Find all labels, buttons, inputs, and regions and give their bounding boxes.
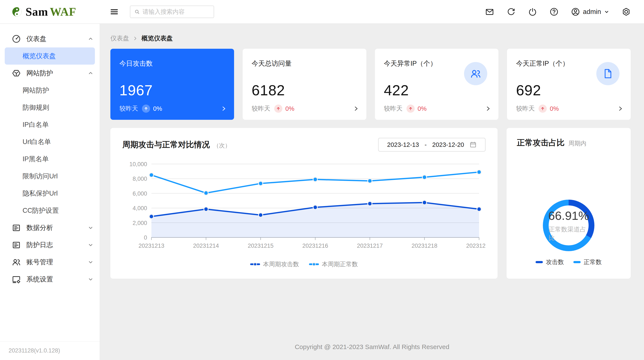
sidebar-item-ip-blacklist[interactable]: IP黑名单 [0, 150, 100, 168]
trend-up-badge [406, 104, 415, 113]
sidebar-item-label: 网站防护 [26, 69, 53, 78]
chevron-down-icon [88, 225, 93, 230]
legend-swatch [536, 261, 543, 263]
shield-hexagon-icon [12, 69, 21, 78]
svg-text:20231214: 20231214 [193, 242, 219, 249]
sidebar-item-label: IP白名单 [22, 120, 49, 129]
global-search [130, 6, 214, 18]
help-icon [550, 7, 558, 16]
chevron-down-icon [88, 277, 93, 282]
sidebar-item-restricted-url[interactable]: 限制访问Url [0, 168, 100, 185]
sidebar-item-cc-protection[interactable]: CC防护设置 [0, 202, 100, 219]
help-button[interactable] [550, 7, 558, 16]
date-range-picker[interactable]: 2023-12-13 - 2023-12-20 [378, 138, 486, 152]
power-icon [528, 7, 537, 16]
trend-up-badge [274, 104, 282, 113]
mail-icon [485, 7, 494, 16]
account-menu[interactable]: admin [571, 7, 609, 16]
usergroup-bubble [464, 62, 487, 85]
chevron-right-icon[interactable] [618, 106, 623, 111]
log-panel-icon [12, 240, 21, 250]
svg-text:8,000: 8,000 [132, 176, 147, 182]
sidebar-item-label: Url白名单 [22, 138, 51, 146]
usergroup-icon [470, 68, 481, 79]
svg-text:0: 0 [144, 234, 147, 241]
line-chart-unit: （次） [213, 142, 231, 150]
chevron-right-icon[interactable] [221, 106, 226, 111]
sidebar-group-account-management[interactable]: 账号管理 [0, 254, 100, 271]
legend-marker [250, 264, 260, 265]
sidebar-group-protection-logs[interactable]: 防护日志 [0, 236, 100, 254]
refresh-icon [506, 7, 516, 16]
brand-waf: WAF [50, 5, 76, 18]
line-chart-title: 周期攻击与正常对比情况 [122, 139, 210, 150]
logout-button[interactable] [528, 7, 537, 16]
card-footer: 较昨天 0% [252, 102, 358, 115]
legend-item-attacks[interactable]: 攻击数 [536, 258, 564, 266]
sidebar-group-dashboard[interactable]: 仪表盘 [0, 30, 100, 48]
hamburger-icon [110, 7, 119, 16]
card-today-visits[interactable]: 今天总访问量 6182 较昨天 0% [243, 49, 366, 120]
chevron-right-icon[interactable] [486, 106, 491, 111]
card-today-normal-ip[interactable]: 今天正常IP（个） 692 较昨天 0% [507, 49, 631, 120]
svg-text:20231213: 20231213 [138, 242, 164, 249]
settings-button[interactable] [622, 7, 631, 16]
sidebar-item-site-protection[interactable]: 网站防护 [0, 82, 100, 99]
svg-text:20231216: 20231216 [302, 242, 328, 249]
sidebar-item-label: 防御规则 [22, 103, 49, 112]
breadcrumb: 仪表盘 概览仪表盘 [110, 34, 631, 43]
svg-text:20231219: 20231219 [466, 242, 486, 249]
sidebar-item-label: 仪表盘 [26, 34, 46, 43]
copyright-text: Copyright @ 2021-2023 SamWaf. All Rights… [100, 343, 644, 350]
line-chart-panel: 周期攻击与正常对比情况 （次） 2023-12-13 - 2023-12-20 … [110, 128, 498, 279]
sidebar-item-overview-dashboard[interactable]: 概览仪表盘 [5, 48, 95, 64]
gear-icon [622, 7, 631, 16]
chevron-up-icon [88, 36, 93, 42]
legend-label: 攻击数 [546, 258, 564, 266]
compare-value: 0% [153, 105, 162, 112]
svg-text:20231218: 20231218 [412, 242, 438, 249]
arrow-up-icon [540, 106, 545, 111]
donut-center-label: 正常数渠道占比 [549, 225, 588, 242]
sidebar-item-label: 数据分析 [26, 223, 53, 232]
arrow-up-icon [408, 106, 413, 111]
sidebar-item-privacy-url[interactable]: 隐私保护Url [0, 185, 100, 202]
card-footer: 较昨天 0% [516, 102, 623, 115]
donut-title: 正常攻击占比 [517, 138, 564, 148]
chevron-right-icon[interactable] [354, 106, 358, 111]
sidebar-group-system-settings[interactable]: 系统设置 [0, 271, 100, 288]
refresh-button[interactable] [506, 7, 516, 16]
breadcrumb-parent[interactable]: 仪表盘 [110, 34, 129, 43]
compare-value: 0% [550, 105, 559, 112]
stat-cards-row: 今日攻击数 1967 较昨天 0% 今天总访问量 6182 较昨天 0% [110, 49, 631, 120]
legend-item-attack-series[interactable]: 本周期攻击数 [250, 260, 299, 268]
sidebar-item-ip-whitelist[interactable]: IP白名单 [0, 116, 100, 133]
card-today-abnormal-ip[interactable]: 今天异常IP（个） 422 较昨天 0% [375, 49, 498, 120]
username: admin [583, 8, 601, 16]
donut-center-value: 66.91% [548, 209, 589, 222]
sidebar-group-data-analysis[interactable]: 数据分析 [0, 219, 100, 236]
chevron-down-icon [604, 9, 609, 14]
legend-item-normal-series[interactable]: 本周期正常数 [309, 260, 358, 268]
collapse-menu-button[interactable] [110, 7, 119, 16]
card-value: 6182 [252, 82, 357, 98]
legend-swatch [573, 261, 581, 263]
legend-item-normals[interactable]: 正常数 [573, 258, 602, 266]
main-content: 仪表盘 概览仪表盘 今日攻击数 1967 较昨天 0% 今天总访问量 6182 … [100, 24, 644, 360]
sidebar-item-url-whitelist[interactable]: Url白名单 [0, 133, 100, 150]
card-today-attacks[interactable]: 今日攻击数 1967 较昨天 0% [110, 49, 234, 120]
system-settings-icon [12, 275, 21, 284]
compare-label: 较昨天 [252, 104, 270, 113]
sidebar-item-defense-rules[interactable]: 防御规则 [0, 99, 100, 116]
sidebar-item-label: 隐私保护Url [22, 189, 58, 198]
search-input[interactable] [142, 8, 210, 15]
sidebar-group-site-protection[interactable]: 网站防护 [0, 64, 100, 82]
chevron-down-icon [88, 242, 93, 248]
legend-label: 本周期正常数 [322, 260, 358, 268]
svg-text:6,000: 6,000 [132, 190, 147, 197]
mail-button[interactable] [485, 7, 494, 16]
arrow-up-icon [276, 106, 281, 111]
svg-text:4,000: 4,000 [132, 205, 147, 212]
compare-value: 0% [286, 105, 294, 112]
compare-label: 较昨天 [516, 104, 535, 113]
